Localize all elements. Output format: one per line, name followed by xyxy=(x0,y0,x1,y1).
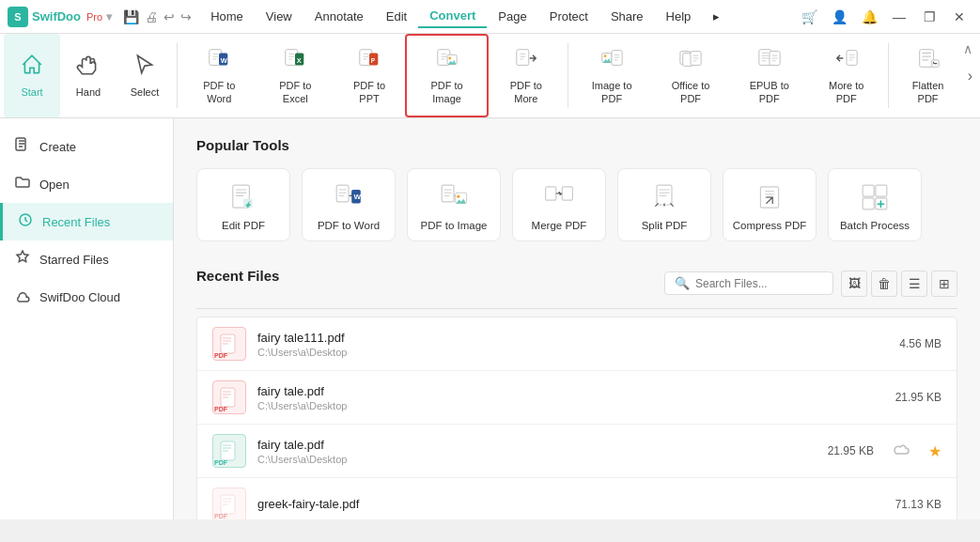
star-icon xyxy=(15,250,30,269)
file-row[interactable]: PDF fairy tale111.pdf C:\Users\a\Desktop… xyxy=(197,317,957,371)
svg-rect-39 xyxy=(876,185,887,196)
svg-text:W: W xyxy=(354,193,362,201)
menu-help[interactable]: Help xyxy=(655,5,703,28)
pdf-to-ppt-icon: P xyxy=(357,46,381,76)
sidebar-item-starred-files[interactable]: Starred Files xyxy=(0,240,173,278)
grid-view-button[interactable]: ⊞ xyxy=(931,271,957,297)
merge-pdf-tc-label: Merge PDF xyxy=(532,220,587,231)
close-button[interactable]: ✕ xyxy=(946,4,972,30)
recent-files-title: Recent Files xyxy=(196,268,279,284)
undo-icon[interactable]: ↩ xyxy=(163,9,175,24)
menu-page[interactable]: Page xyxy=(487,5,537,28)
sidebar-item-create[interactable]: Create xyxy=(0,128,173,165)
epub-to-pdf-icon xyxy=(757,46,782,76)
tool-card-compress-pdf[interactable]: Compress PDF xyxy=(723,168,817,241)
image-to-pdf-label: Image to PDF xyxy=(582,80,643,104)
start-icon xyxy=(20,53,44,83)
toolbar-pdf-to-ppt-button[interactable]: P PDF to PPT xyxy=(334,34,405,117)
tool-card-split-pdf[interactable]: Split PDF xyxy=(617,168,711,241)
toolbar-pdf-to-more-button[interactable]: PDF to More xyxy=(489,34,564,117)
notification-icon[interactable]: 🔔 xyxy=(856,4,882,30)
redo-icon[interactable]: ↪ xyxy=(180,9,192,24)
minimize-button[interactable]: — xyxy=(886,4,912,30)
tool-card-pdf-to-image[interactable]: PDF to Image xyxy=(407,168,501,241)
more-to-pdf-icon xyxy=(834,46,859,76)
save-icon[interactable]: 💾 xyxy=(123,9,139,24)
toolbar-pdf-to-excel-button[interactable]: X PDF to Excel xyxy=(257,34,334,117)
toolbar-pdf-to-image-button[interactable]: PDF to Image xyxy=(405,34,489,117)
office-to-pdf-icon xyxy=(678,46,703,76)
edit-pdf-icon xyxy=(228,182,258,212)
toolbar-collapse-button[interactable]: ∧ xyxy=(963,41,972,56)
file-row[interactable]: PDF greek-fairy-tale.pdf 71.13 KB xyxy=(197,478,957,519)
tool-card-pdf-to-word[interactable]: W PDF to Word xyxy=(302,168,396,241)
svg-text:X: X xyxy=(297,56,302,65)
file-row[interactable]: PDF fairy tale.pdf C:\Users\a\Desktop 21… xyxy=(197,371,957,425)
delete-button[interactable]: 🗑 xyxy=(871,271,897,297)
print-icon[interactable]: 🖨 xyxy=(145,9,158,24)
sidebar: Create Open Recent Files xyxy=(0,118,174,519)
sidebar-open-label: Open xyxy=(39,178,70,192)
list-view-button[interactable]: ☰ xyxy=(901,271,927,297)
pdf-to-word-label: PDF to Word xyxy=(191,80,248,104)
pdf-to-image-icon xyxy=(435,46,459,76)
title-bar: S SwifDooPro ▾ 💾 🖨 ↩ ↪ Home View Annotat… xyxy=(0,0,980,34)
menu-home[interactable]: Home xyxy=(199,5,255,28)
svg-rect-40 xyxy=(863,198,874,209)
sidebar-item-swif-cloud[interactable]: SwifDoo Cloud xyxy=(0,278,173,316)
toolbar-select-button[interactable]: Select xyxy=(117,34,173,117)
file-name-1: fairy tale111.pdf xyxy=(257,331,855,345)
gallery-view-button[interactable]: 🖼 xyxy=(841,271,867,297)
menu-protect[interactable]: Protect xyxy=(538,5,599,28)
file-path-1: C:\Users\a\Desktop xyxy=(257,347,855,358)
tool-card-batch-process[interactable]: Batch Process xyxy=(828,168,922,241)
cloud-sync-icon xyxy=(893,442,910,459)
maximize-button[interactable]: ❐ xyxy=(916,4,942,30)
toolbar-epub-to-pdf-button[interactable]: EPUB to PDF xyxy=(730,34,809,117)
recent-icon xyxy=(18,212,33,231)
menu-more[interactable]: ▸ xyxy=(702,5,731,28)
cart-icon[interactable]: 🛒 xyxy=(796,4,822,30)
dropdown-arrow-icon[interactable]: ▾ xyxy=(106,10,112,23)
menu-share[interactable]: Share xyxy=(599,5,655,28)
toolbar-image-to-pdf-button[interactable]: Image to PDF xyxy=(572,34,652,117)
file-path-2: C:\Users\a\Desktop xyxy=(257,400,855,411)
toolbar-pdf-to-word-button[interactable]: W PDF to Word xyxy=(181,34,257,117)
pdf-to-word-icon: W xyxy=(207,46,231,76)
sidebar-recent-label: Recent Files xyxy=(42,215,110,229)
chevron-up-icon: ∧ xyxy=(963,41,972,56)
sidebar-item-recent-files[interactable]: Recent Files xyxy=(0,203,173,240)
menu-annotate[interactable]: Annotate xyxy=(303,5,375,28)
toolbar-flatten-pdf-button[interactable]: Flatten PDF xyxy=(893,34,964,117)
open-icon xyxy=(15,175,30,194)
search-input[interactable] xyxy=(695,277,827,290)
svg-text:W: W xyxy=(221,56,227,65)
chevron-right-icon: › xyxy=(968,68,972,85)
main-layout: Create Open Recent Files xyxy=(0,118,980,519)
sidebar-starred-label: Starred Files xyxy=(39,253,109,267)
file-row[interactable]: PDF fairy tale.pdf C:\Users\a\Desktop 21… xyxy=(197,425,957,478)
pdf-to-word-tc-icon: W xyxy=(334,182,364,212)
toolbar-divider-3 xyxy=(888,43,889,108)
hand-label: Hand xyxy=(76,86,101,99)
sidebar-item-open[interactable]: Open xyxy=(0,165,173,203)
tool-card-edit-pdf[interactable]: Edit PDF xyxy=(196,168,290,241)
menu-edit[interactable]: Edit xyxy=(375,5,418,28)
content-area: Popular Tools Edit PDF xyxy=(174,118,980,519)
toolbar-hand-button[interactable]: Hand xyxy=(60,34,117,117)
tool-card-merge-pdf[interactable]: Merge PDF xyxy=(512,168,606,241)
section-divider xyxy=(196,308,957,309)
app-name: SwifDoo xyxy=(32,9,81,23)
user-icon[interactable]: 👤 xyxy=(826,4,852,30)
svg-text:P: P xyxy=(371,57,376,64)
pdf-to-word-tc-label: PDF to Word xyxy=(318,220,380,231)
toolbar-more-to-pdf-button[interactable]: More to PDF xyxy=(809,34,884,117)
merge-pdf-icon xyxy=(544,182,574,212)
recent-files-controls: 🔍 🖼 🗑 ☰ ⊞ xyxy=(664,271,957,297)
menu-convert[interactable]: Convert xyxy=(418,5,487,28)
toolbar-office-to-pdf-button[interactable]: Office to PDF xyxy=(652,34,730,117)
toolbar-start-button[interactable]: Start xyxy=(4,34,60,117)
menu-view[interactable]: View xyxy=(255,5,303,28)
search-box[interactable]: 🔍 xyxy=(664,271,833,295)
starred-icon: ★ xyxy=(928,442,941,460)
